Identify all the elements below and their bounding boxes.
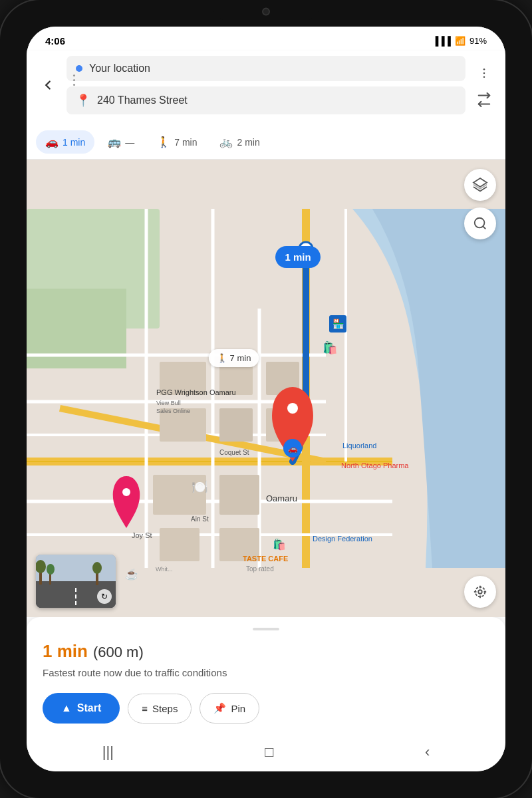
svg-text:🚗: 🚗 (288, 444, 298, 454)
svg-rect-28 (219, 475, 259, 515)
walk-icon: 🚶 (157, 136, 170, 148)
transit-time: — (125, 137, 134, 148)
walk-bubble-text: 7 min (230, 353, 251, 363)
steps-icon: ≡ (142, 703, 148, 714)
origin-input[interactable]: Your location (66, 56, 466, 81)
svg-point-0 (483, 68, 485, 70)
walk-time: 7 min (174, 137, 197, 148)
pin-label: Pin (231, 703, 245, 714)
svg-text:🍽️: 🍽️ (192, 479, 208, 495)
svg-text:Whit...: Whit... (156, 566, 173, 573)
svg-point-39 (122, 488, 130, 496)
svg-text:🛍️: 🛍️ (273, 538, 286, 551)
svg-text:🏪: 🏪 (332, 319, 344, 330)
map-area[interactable]: 🏪 🛍️ 🛍️ 🍽️ ☕ 🚗 PGG Wrightson Oamaru View… (27, 160, 505, 617)
search-on-map-button[interactable] (464, 207, 496, 239)
nav-recents-button[interactable]: ||| (102, 743, 114, 761)
status-icons: ▐▐▐ 📶 91% (432, 36, 487, 46)
svg-point-1 (483, 72, 485, 74)
more-menu-button[interactable] (472, 61, 496, 85)
svg-text:View Bull: View Bull (156, 400, 181, 406)
svg-text:Coquet St: Coquet St (219, 449, 249, 456)
svg-text:North Otago Pharma: North Otago Pharma (341, 462, 409, 469)
svg-point-60 (475, 587, 485, 597)
svg-point-59 (478, 590, 482, 594)
pin-button[interactable]: 📌 Pin (200, 693, 259, 724)
status-time: 4:06 (45, 35, 65, 47)
destination-input[interactable]: 📍 240 Thames Street (66, 86, 466, 114)
start-navigation-button[interactable]: ▲ Start (43, 693, 120, 724)
duration-display: 1 min (43, 641, 88, 662)
signal-icon: ▐▐▐ (432, 36, 451, 46)
walk-time-bubble: 🚶 7 min (209, 349, 259, 367)
route-header-top: Your location 📍 240 Thames Street (36, 56, 496, 114)
map-overlay-buttons (464, 169, 496, 239)
svg-text:Joy St: Joy St (132, 531, 152, 539)
phone-screen: 4:06 ▐▐▐ 📶 91% (27, 27, 505, 771)
layers-button[interactable] (464, 169, 496, 201)
svg-rect-24 (219, 408, 253, 442)
svg-text:☕: ☕ (125, 568, 138, 581)
destination-text: 240 Thames Street (97, 94, 456, 106)
notch (213, 0, 319, 20)
map-svg: 🏪 🛍️ 🛍️ 🍽️ ☕ 🚗 PGG Wrightson Oamaru View… (27, 160, 505, 617)
svg-point-2 (483, 76, 485, 78)
svg-text:🛍️: 🛍️ (323, 340, 338, 355)
sheet-handle (253, 628, 279, 630)
origin-dot (76, 65, 82, 72)
route-inputs-container: Your location 📍 240 Thames Street (66, 56, 466, 114)
status-bar: 4:06 ▐▐▐ 📶 91% (27, 27, 505, 51)
steps-label: Steps (152, 703, 178, 714)
svg-text:Ain St: Ain St (191, 515, 209, 523)
svg-text:Design Federation: Design Federation (313, 535, 372, 543)
street-view-thumbnail[interactable]: ↻ (36, 555, 116, 608)
transport-modes: 🚗 1 min 🚌 — 🚶 7 min 🚲 2 min (27, 125, 505, 160)
svg-text:TASTE CAFE: TASTE CAFE (243, 555, 288, 563)
bottom-sheet: 1 min (600 m) Fastest route now due to t… (27, 617, 505, 737)
battery-text: 91% (469, 36, 487, 46)
svg-point-72 (92, 562, 102, 574)
nav-home-button[interactable]: □ (265, 743, 273, 761)
header-right-actions (472, 59, 496, 112)
mode-car[interactable]: 🚗 1 min (36, 130, 94, 154)
route-duration: 1 min (600 m) (43, 641, 489, 662)
camera (262, 7, 270, 15)
svg-rect-29 (160, 528, 200, 561)
svg-line-58 (483, 226, 485, 229)
bike-icon: 🚲 (219, 136, 233, 148)
mode-bike[interactable]: 🚲 2 min (210, 130, 269, 154)
svg-text:Top rated: Top rated (246, 565, 274, 573)
action-buttons: ▲ Start ≡ Steps 📌 Pin (43, 693, 489, 724)
origin-text: Your location (89, 63, 456, 74)
phone-frame: 4:06 ▐▐▐ 📶 91% (0, 0, 532, 798)
my-location-button[interactable] (464, 576, 496, 608)
route-description: Fastest route now due to traffic conditi… (43, 666, 489, 680)
mode-walk[interactable]: 🚶 7 min (148, 130, 206, 154)
svg-text:PGG Wrightson Oamaru: PGG Wrightson Oamaru (156, 388, 236, 396)
svg-text:Liquorland: Liquorland (342, 442, 376, 450)
bike-time: 2 min (237, 137, 259, 148)
back-button[interactable] (36, 73, 60, 97)
wifi-icon: 📶 (455, 36, 466, 46)
walk-bubble-icon: 🚶 (217, 353, 227, 363)
swap-directions-button[interactable] (472, 88, 496, 112)
nav-back-button[interactable]: ‹ (425, 743, 430, 761)
steps-button[interactable]: ≡ Steps (128, 694, 192, 724)
svg-text:Oamaru: Oamaru (266, 493, 297, 503)
nav-bar: ||| □ ‹ (27, 737, 505, 771)
svg-text:Sales Online: Sales Online (156, 408, 190, 414)
start-label: Start (77, 702, 101, 714)
route-header: Your location 📍 240 Thames Street (27, 51, 505, 125)
destination-dot: 📍 (76, 93, 90, 108)
map-duration-bubble: 1 min (275, 246, 320, 268)
street-refresh-icon[interactable]: ↻ (97, 589, 112, 604)
mode-transit[interactable]: 🚌 — (98, 130, 144, 154)
distance-display: (600 m) (93, 644, 144, 661)
svg-point-57 (475, 218, 485, 228)
pin-icon: 📌 (213, 702, 226, 714)
car-icon: 🚗 (45, 136, 59, 148)
svg-point-70 (47, 564, 55, 575)
start-icon: ▲ (61, 702, 72, 714)
route-connector (73, 74, 75, 96)
car-time: 1 min (63, 137, 85, 148)
